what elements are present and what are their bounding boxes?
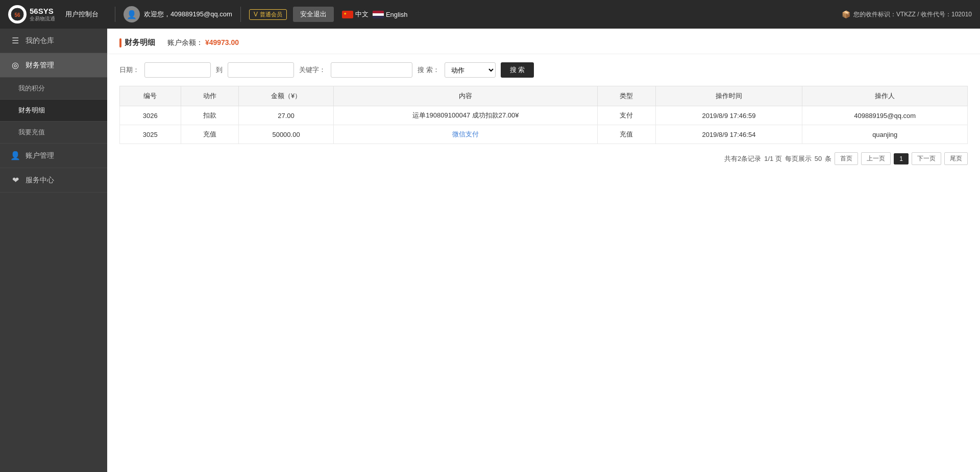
action-select[interactable]: 动作 扣款 充值 <box>445 62 496 78</box>
divider-1 <box>115 7 115 22</box>
finance-table: 编号 动作 金额（¥） 内容 类型 操作时间 操作人 3026 扣款 27.00… <box>119 86 968 144</box>
col-type: 类型 <box>598 86 655 106</box>
sidebar-item-account[interactable]: 👤 账户管理 <box>0 144 107 168</box>
table-body: 3026 扣款 27.00 运单190809100047 成功扣款27.00¥ … <box>120 106 968 144</box>
language-group: ★ 中文 English <box>342 10 408 19</box>
per-page-value: 50 <box>815 155 822 162</box>
layout: ☰ 我的仓库 ◎ 财务管理 我的积分 财务明细 我要充值 👤 账户管理 ❤ 服务… <box>0 29 980 472</box>
sidebar-item-warehouse[interactable]: ☰ 我的仓库 <box>0 29 107 53</box>
lang-en[interactable]: English <box>373 11 408 18</box>
table-container: 编号 动作 金额（¥） 内容 类型 操作时间 操作人 3026 扣款 27.00… <box>107 86 980 144</box>
col-action: 动作 <box>181 86 238 106</box>
cell-amount: 27.00 <box>238 106 334 125</box>
col-amount: 金额（¥） <box>238 86 334 106</box>
identifier-info: 📦 您的收件标识：VTKZZ / 收件代号：102010 <box>842 10 972 19</box>
user-info: 👤 欢迎您，409889195@qq.com <box>124 6 232 22</box>
logo-text: 56SYS 全易物流通 <box>30 7 55 22</box>
col-operator: 操作人 <box>802 86 968 106</box>
cell-time: 2019/8/9 17:46:54 <box>655 125 802 144</box>
welcome-text: 欢迎您，409889195@qq.com <box>144 10 232 19</box>
first-page-button[interactable]: 首页 <box>835 152 858 165</box>
next-page-button[interactable]: 下一页 <box>912 152 941 165</box>
svg-rect-4 <box>373 16 384 18</box>
table-header: 编号 动作 金额（¥） 内容 类型 操作时间 操作人 <box>120 86 968 106</box>
cell-operator: 409889195@qq.com <box>802 106 968 125</box>
member-badge: V 普通会员 <box>249 9 287 20</box>
sidebar-item-service[interactable]: ❤ 服务中心 <box>0 168 107 193</box>
keyword-label: 关键字： <box>299 65 326 75</box>
keyword-input[interactable] <box>331 62 412 78</box>
sidebar-item-points[interactable]: 我的积分 <box>0 78 107 100</box>
page-header: 财务明细 账户余额： ¥49973.00 <box>107 29 980 54</box>
cell-id: 3026 <box>120 106 181 125</box>
current-page-button[interactable]: 1 <box>894 153 909 164</box>
cell-content: 运单190809100047 成功扣款27.00¥ <box>334 106 598 125</box>
sidebar: ☰ 我的仓库 ◎ 财务管理 我的积分 财务明细 我要充值 👤 账户管理 ❤ 服务… <box>0 29 107 472</box>
logo-icon: 56 <box>8 5 27 23</box>
flag-cn-icon: ★ <box>342 11 353 18</box>
cell-type: 支付 <box>598 106 655 125</box>
sidebar-item-finance[interactable]: ◎ 财务管理 <box>0 53 107 78</box>
svg-rect-3 <box>373 13 384 16</box>
col-time: 操作时间 <box>655 86 802 106</box>
warehouse-icon: ☰ <box>10 36 20 45</box>
sidebar-item-statement[interactable]: 财务明细 <box>0 100 107 122</box>
search-bar: 日期： 到 关键字： 搜 索： 动作 扣款 充值 搜 索 <box>107 54 980 86</box>
col-id: 编号 <box>120 86 181 106</box>
svg-text:56: 56 <box>14 12 20 18</box>
total-text: 共有2条记录 <box>724 154 761 163</box>
header: 56 56SYS 全易物流通 用户控制台 👤 欢迎您，409889195@qq.… <box>0 0 980 29</box>
flag-th-icon <box>373 11 384 18</box>
per-page-label: 每页展示 <box>785 154 812 163</box>
date-label: 日期： <box>119 65 139 75</box>
sidebar-item-recharge[interactable]: 我要充值 <box>0 122 107 144</box>
divider-2 <box>240 7 241 22</box>
cell-action: 充值 <box>181 125 238 144</box>
finance-icon: ◎ <box>10 60 20 70</box>
page-info: 1/1 页 <box>764 154 782 163</box>
cell-id: 3025 <box>120 125 181 144</box>
title-bar-decoration <box>119 38 121 48</box>
col-content: 内容 <box>334 86 598 106</box>
per-page-unit: 条 <box>825 154 831 163</box>
table-row: 3025 充值 50000.00 微信支付 充值 2019/8/9 17:46:… <box>120 125 968 144</box>
cell-type: 充值 <box>598 125 655 144</box>
cell-content: 微信支付 <box>334 125 598 144</box>
date-from-input[interactable] <box>144 62 211 78</box>
lang-cn[interactable]: ★ 中文 <box>342 10 369 19</box>
logout-button[interactable]: 安全退出 <box>293 7 334 22</box>
control-label: 用户控制台 <box>65 10 99 19</box>
cell-operator: quanjing <box>802 125 968 144</box>
pagination: 共有2条记录 1/1 页 每页展示 50 条 首页 上一页 1 下一页 尾页 <box>107 144 980 173</box>
search-label: 搜 索： <box>418 65 439 75</box>
main-content: 财务明细 账户余额： ¥49973.00 日期： 到 关键字： 搜 索： 动作 … <box>107 29 980 472</box>
balance-amount: ¥49973.00 <box>205 38 239 46</box>
cell-amount: 50000.00 <box>238 125 334 144</box>
cell-time: 2019/8/9 17:46:59 <box>655 106 802 125</box>
account-icon: 👤 <box>10 151 20 160</box>
page-title-bar: 财务明细 <box>119 38 155 48</box>
avatar: 👤 <box>124 6 140 22</box>
date-to-input[interactable] <box>228 62 294 78</box>
search-button[interactable]: 搜 索 <box>501 62 534 78</box>
logo: 56 56SYS 全易物流通 <box>8 5 55 23</box>
table-row: 3026 扣款 27.00 运单190809100047 成功扣款27.00¥ … <box>120 106 968 125</box>
cell-action: 扣款 <box>181 106 238 125</box>
date-to-separator: 到 <box>216 65 223 75</box>
content-link[interactable]: 微信支付 <box>452 130 479 138</box>
balance-info: 账户余额： ¥49973.00 <box>167 38 239 48</box>
last-page-button[interactable]: 尾页 <box>944 152 968 165</box>
page-title: 财务明细 <box>125 38 155 48</box>
service-icon: ❤ <box>10 175 20 185</box>
prev-page-button[interactable]: 上一页 <box>861 152 891 165</box>
svg-rect-2 <box>373 11 384 13</box>
